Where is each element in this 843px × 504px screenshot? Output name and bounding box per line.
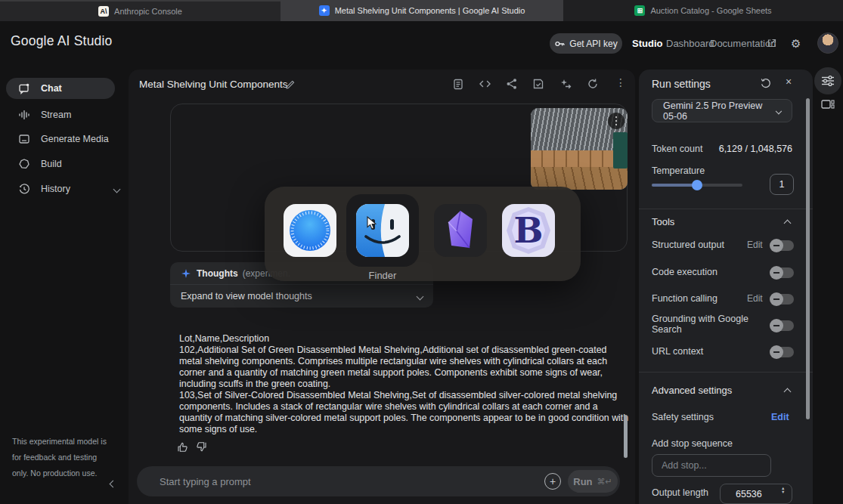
nav-documentation[interactable]: Documentation (710, 38, 776, 49)
mouse-cursor (366, 216, 377, 230)
browser-tab-anthropic[interactable]: A\ Anthropic Console (0, 0, 280, 21)
media-frame-icon (18, 133, 30, 145)
code-icon[interactable] (479, 78, 491, 90)
build-shape-icon (18, 158, 30, 170)
gear-icon[interactable]: ⚙ (791, 37, 801, 51)
sheets-favicon: ⊞ (634, 5, 645, 16)
sidebar-item-label: History (41, 184, 70, 194)
optimize-prompt-icon[interactable] (559, 78, 572, 90)
safety-settings-label: Safety settings (652, 412, 714, 422)
slider-fill (652, 184, 697, 187)
screen: A\ Anthropic Console ✦ Metal Shelving Un… (0, 0, 843, 504)
sidebar-item-history[interactable]: History (6, 178, 119, 199)
browser-tab-sheets[interactable]: ⊞ Auction Catalog - Google Sheets (563, 0, 843, 21)
advanced-collapse-chevron[interactable] (784, 388, 792, 396)
stop-sequence-input[interactable] (652, 454, 771, 477)
run-settings-toggle-button[interactable] (814, 67, 841, 94)
add-attachment-button[interactable]: + (544, 473, 561, 490)
sidebar-collapse-chevron[interactable] (110, 481, 117, 488)
tools-section-title: Tools (652, 216, 674, 227)
run-settings-scrollbar[interactable] (806, 98, 810, 419)
structured-output-toggle[interactable] (771, 240, 794, 251)
external-link-icon (767, 39, 776, 48)
chevron-down-icon (113, 185, 120, 193)
sidebar-item-chat[interactable]: Chat (6, 78, 115, 99)
get-api-key-button[interactable]: Get API key (550, 33, 622, 54)
close-icon[interactable]: × (786, 76, 792, 88)
prompt-title: Metal Shelving Unit Components (139, 79, 288, 90)
finder-app-icon[interactable] (355, 203, 411, 258)
avatar[interactable] (817, 32, 838, 54)
chat-bubble-icon (18, 82, 30, 94)
safari-app-icon[interactable] (282, 203, 338, 258)
thumb-down-icon[interactable] (196, 441, 207, 453)
tools-collapse-chevron[interactable] (784, 220, 792, 227)
url-context-toggle[interactable] (771, 347, 794, 357)
reset-icon[interactable] (760, 77, 772, 89)
system-instructions-icon[interactable] (452, 78, 464, 90)
browser-tab-ai-studio[interactable]: ✦ Metal Shelving Unit Components | Googl… (280, 0, 563, 21)
thumb-up-icon[interactable] (177, 441, 188, 453)
prompt-bar: + Run ⌘↵ (137, 466, 620, 496)
grounding-toggle[interactable] (771, 320, 794, 331)
slider-thumb[interactable] (692, 180, 702, 190)
temperature-slider[interactable] (652, 184, 742, 187)
tab-label: Anthropic Console (114, 7, 182, 16)
expand-thoughts-label: Expand to view model thoughts (181, 291, 312, 301)
google-ai-studio-logo: Google AI Studio (11, 33, 113, 49)
anthropic-favicon: A\ (98, 6, 109, 17)
thoughts-label: Thoughts (197, 268, 238, 279)
key-icon (554, 39, 565, 49)
get-api-key-label: Get API key (569, 39, 617, 49)
share-icon[interactable] (506, 78, 518, 90)
advanced-settings-title: Advanced settings (652, 385, 732, 396)
nav-studio[interactable]: Studio (632, 38, 662, 49)
nav-dashboard[interactable]: Dashboard (666, 38, 714, 49)
sidebar-item-build[interactable]: Build (6, 153, 119, 175)
run-label: Run (573, 476, 592, 487)
temperature-label: Temperature (652, 165, 705, 176)
output-length-label: Output length (652, 487, 708, 498)
waveform-icon (18, 109, 30, 121)
structured-output-edit-link[interactable]: Edit (747, 240, 763, 250)
run-shortcut: ⌘↵ (597, 477, 612, 487)
attachment-menu-button[interactable] (608, 113, 625, 129)
function-calling-edit-link[interactable]: Edit (747, 293, 763, 304)
sidebar-item-generate-media[interactable]: Generate Media (6, 128, 119, 150)
run-settings-toggle-icon (821, 75, 835, 87)
green-machine-area (613, 132, 628, 169)
ai-studio-favicon: ✦ (319, 5, 330, 16)
edit-title-pencil-icon[interactable] (285, 79, 296, 90)
prompt-input[interactable] (160, 466, 447, 496)
bbedit-app-icon[interactable]: B (501, 203, 556, 258)
stepper-icon[interactable]: ▲▼ (781, 487, 785, 494)
tool-function-calling-label: Function calling (652, 293, 717, 304)
app-switcher-overlay: B Finder (265, 187, 581, 281)
more-vert-icon[interactable]: ⋮ (615, 76, 626, 88)
sidebar-item-label: Stream (41, 110, 71, 120)
chat-scrollbar[interactable] (624, 415, 628, 458)
media-resolution-icon[interactable] (821, 98, 835, 110)
tool-grounding-label: Grounding with Google Search (652, 314, 765, 335)
model-name: Gemini 2.5 Pro Preview 05-06 (663, 100, 776, 122)
expand-thoughts-row[interactable]: Expand to view model thoughts (170, 285, 433, 308)
model-selector[interactable]: Gemini 2.5 Pro Preview 05-06 (652, 99, 792, 122)
function-calling-toggle[interactable] (771, 294, 794, 305)
tool-code-execution-label: Code execution (652, 267, 717, 277)
temperature-value[interactable]: 1 (770, 174, 794, 195)
save-icon[interactable] (532, 78, 544, 90)
run-settings-panel: Run settings × Gemini 2.5 Pro Preview 05… (639, 70, 813, 504)
refresh-icon[interactable] (587, 78, 599, 90)
history-clock-icon (18, 183, 30, 195)
sidebar-item-label: Generate Media (41, 134, 109, 144)
run-button[interactable]: Run ⌘↵ (568, 470, 618, 493)
sidebar-item-stream[interactable]: Stream (6, 104, 119, 125)
divider (639, 372, 813, 373)
obsidian-app-icon[interactable] (432, 203, 488, 258)
add-stop-sequence-label: Add stop sequence (652, 438, 733, 449)
tab-label: Metal Shelving Unit Components | Google … (335, 6, 525, 15)
model-response-text: Lot,Name,Description 102,Additional Set … (179, 333, 631, 435)
safety-settings-edit-link[interactable]: Edit (771, 412, 789, 422)
token-count-label: Token count (652, 144, 702, 154)
code-execution-toggle[interactable] (771, 267, 794, 278)
